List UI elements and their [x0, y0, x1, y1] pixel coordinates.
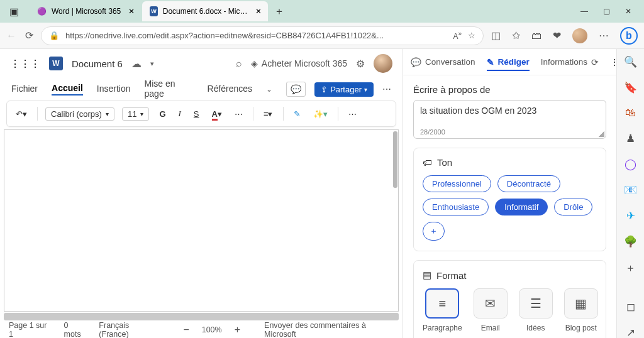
send-icon[interactable]: ✈ [626, 209, 635, 222]
chevron-down-icon[interactable]: ▾ [150, 60, 154, 68]
highlighter-button[interactable]: ✎ [291, 108, 303, 120]
font-size-select[interactable]: 11▾ [122, 107, 149, 121]
zoom-in-button[interactable]: + [235, 324, 240, 335]
open-icon[interactable]: ↗ [626, 326, 635, 338]
tone-casual[interactable]: Décontracté [497, 175, 560, 192]
edge-tab-icon[interactable]: ▣ [9, 6, 19, 16]
more-toolbar-icon[interactable]: ⋯ [346, 108, 359, 120]
copilot-tabs: 💬 Conversation ✎ Rédiger Informations ⟳ … [403, 49, 616, 75]
font-color-button[interactable]: A▾ [209, 108, 225, 120]
tag-icon[interactable]: 🔖 [624, 81, 637, 94]
favorites-icon[interactable]: ✩ [512, 30, 520, 41]
tone-funny[interactable]: Drôle [554, 199, 592, 215]
user-avatar[interactable] [374, 54, 392, 73]
settings-icon[interactable]: ⚙ [356, 58, 365, 70]
zoom-out-button[interactable]: − [183, 324, 189, 335]
collections-icon[interactable]: 🗃 [531, 30, 541, 41]
more-icon[interactable]: ⋯ [599, 30, 609, 41]
prompt-text: la situation des OGM en 2023 [420, 106, 599, 116]
paragraph-icon: ≡ [439, 297, 447, 311]
vertical-scrollbar[interactable] [393, 131, 397, 188]
char-count: 28/2000 [420, 128, 445, 136]
favorite-icon[interactable]: ☆ [468, 31, 475, 40]
browser-tab-1[interactable]: 🟣 Word | Microsoft 365 ✕ [29, 1, 142, 21]
new-tab-button[interactable]: ＋ [274, 6, 284, 16]
browser-tab-2[interactable]: W Document 6.docx - Microsoft Wo ✕ [142, 1, 268, 21]
app-launcher-icon[interactable]: ⋮⋮⋮ [10, 58, 40, 70]
format-email[interactable]: ✉ Email [474, 288, 508, 332]
tab-insert[interactable]: Insertion [97, 84, 131, 95]
health-icon[interactable]: ❤ [553, 30, 561, 41]
maximize-button[interactable]: ▢ [603, 7, 610, 16]
back-button[interactable]: ← [6, 30, 16, 41]
italic-button[interactable]: I [176, 107, 184, 120]
cloud-save-icon[interactable]: ☁ [131, 58, 142, 70]
lock-icon: 🔒 [49, 31, 59, 40]
buy-microsoft365[interactable]: ◈ Acheter Microsoft 365 [251, 58, 347, 68]
bing-icon[interactable]: b [620, 27, 638, 45]
tab-insights[interactable]: Informations ⟳ [541, 57, 599, 67]
profile-avatar[interactable] [572, 28, 587, 43]
align-button[interactable]: ≡▾ [261, 108, 275, 120]
format-blog[interactable]: ▦ Blog post [564, 288, 598, 332]
m365-icon[interactable]: ◯ [625, 158, 636, 171]
minimize-button[interactable]: — [580, 7, 588, 16]
horizontal-scrollbar[interactable] [4, 313, 399, 320]
plus-icon[interactable]: ＋ [625, 261, 636, 275]
tone-informative[interactable]: Informatif [495, 199, 548, 215]
refresh-button[interactable]: ⟳ [25, 30, 33, 41]
bold-button[interactable]: G [157, 108, 168, 120]
close-icon[interactable]: ✕ [128, 7, 135, 16]
word-count[interactable]: 0 mots [64, 321, 87, 338]
write-about-label: Écrire à propos de [413, 84, 606, 95]
browser-toolbar: ← ⟳ 🔒 https://onedrive.live.com/edit.asp… [0, 23, 644, 49]
tab-references[interactable]: Références [208, 84, 253, 95]
prompt-textarea[interactable]: la situation des OGM en 2023 28/2000 [413, 100, 606, 139]
split-screen-icon[interactable]: ◫ [491, 30, 501, 41]
chevron-down-icon: ▾ [364, 86, 367, 93]
search-icon[interactable]: ⌕ [236, 58, 242, 69]
window-titlebar: ▣ 🟣 Word | Microsoft 365 ✕ W Document 6.… [0, 0, 644, 23]
formatting-toolbar: ↶▾ Calibri (corps)▾ 11▾ G I S A▾ ⋯ ≡▾ ✎ … [6, 101, 396, 127]
search-icon[interactable]: 🔍 [624, 55, 637, 68]
close-window-button[interactable]: ✕ [625, 7, 631, 16]
outlook-icon[interactable]: 📧 [624, 183, 637, 197]
tone-enthusiastic[interactable]: Enthousiaste [423, 199, 489, 215]
undo-button[interactable]: ↶▾ [13, 108, 30, 120]
styles-button[interactable]: ✨▾ [311, 108, 330, 120]
address-bar[interactable]: 🔒 https://onedrive.live.com/edit.aspx?ac… [41, 26, 484, 45]
document-canvas[interactable] [4, 129, 399, 312]
chevron-down-icon[interactable]: ⌄ [266, 85, 272, 94]
font-family-select[interactable]: Calibri (corps)▾ [45, 107, 114, 121]
zoom-level[interactable]: 100% [202, 325, 222, 334]
tab-compose[interactable]: ✎ Rédiger [487, 57, 530, 71]
tone-professional[interactable]: Professionnel [423, 175, 491, 192]
underline-button[interactable]: S [191, 108, 202, 120]
tab-conversation[interactable]: 💬 Conversation [411, 57, 475, 67]
format-icon: ▤ [423, 270, 431, 281]
close-icon[interactable]: ✕ [255, 7, 260, 16]
tab-layout[interactable]: Mise en page [145, 79, 194, 100]
share-button[interactable]: ⇪ Partager ▾ [314, 82, 374, 97]
status-bar: Page 1 sur 1 0 mots Français (France) − … [0, 322, 402, 338]
sidebar-toggle-icon[interactable]: ◻ [626, 300, 635, 313]
text-size-icon[interactable]: A» [453, 30, 462, 41]
language-indicator[interactable]: Français (France) [99, 321, 158, 338]
word-header: ⋮⋮⋮ W Document 6 ☁ ▾ ⌕ ◈ Acheter Microso… [0, 49, 402, 78]
more-font-icon[interactable]: ⋯ [232, 108, 245, 120]
format-ideas[interactable]: ☰ Idées [519, 288, 553, 332]
tab-file[interactable]: Fichier [11, 84, 38, 95]
more-icon[interactable]: ⋯ [382, 84, 391, 94]
page-indicator[interactable]: Page 1 sur 1 [9, 321, 52, 338]
games-icon[interactable]: ♟ [626, 132, 635, 145]
feedback-link[interactable]: Envoyer des commentaires à Microsoft [264, 321, 394, 338]
refresh-icon: ⟳ [591, 57, 599, 67]
document-name[interactable]: Document 6 [72, 58, 123, 69]
shopping-icon[interactable]: 🛍 [625, 107, 636, 119]
tone-add[interactable]: ＋ [423, 222, 445, 241]
tree-icon[interactable]: 🌳 [624, 235, 637, 248]
comments-icon[interactable]: 💬 [286, 82, 306, 97]
format-paragraph[interactable]: ≡ Paragraphe [423, 288, 462, 332]
resize-handle[interactable] [598, 131, 604, 137]
tab-home[interactable]: Accueil [52, 83, 83, 95]
